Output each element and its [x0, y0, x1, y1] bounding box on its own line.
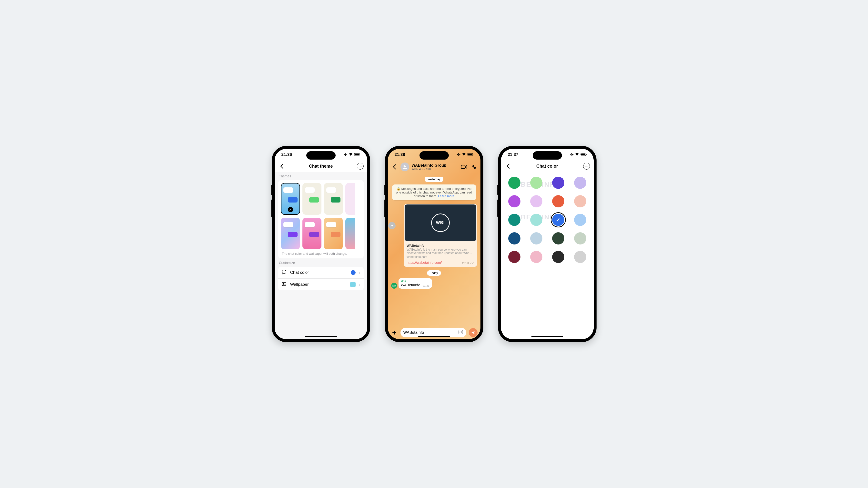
color-swatch[interactable] — [552, 214, 564, 226]
themes-footnote: The chat color and wallpaper will both c… — [282, 252, 360, 255]
color-swatch[interactable] — [508, 232, 521, 244]
color-swatch[interactable] — [508, 195, 521, 207]
back-button[interactable] — [278, 162, 285, 170]
section-customize-label: Customize — [279, 261, 363, 265]
phone-chat: 21:38 ✈︎ WABetaInfo Group WBI, WBI, You — [385, 146, 484, 342]
color-swatch[interactable] — [574, 232, 586, 244]
more-button[interactable]: ⋯ — [583, 162, 590, 170]
theme-tile[interactable] — [324, 183, 343, 215]
color-swatch[interactable] — [574, 195, 586, 207]
incoming-message[interactable]: WBI WABetaInfo 21:31 — [399, 278, 432, 288]
color-swatch[interactable] — [552, 195, 564, 207]
theme-tile[interactable] — [345, 183, 355, 215]
row-chat-color[interactable]: Chat color › — [278, 267, 364, 278]
clock: 21:36 — [281, 152, 292, 157]
page-title: Chat theme — [275, 164, 367, 169]
encryption-learn-more[interactable]: Learn more — [438, 194, 454, 198]
row-chat-color-label: Chat color — [290, 270, 347, 275]
svg-rect-7 — [473, 154, 473, 155]
sender-avatar[interactable]: WBI — [391, 283, 397, 288]
nav-bar: Chat theme ⋯ — [275, 160, 367, 172]
color-swatch[interactable] — [552, 177, 564, 189]
link-url[interactable]: https://wabetainfo.com/ — [407, 261, 442, 265]
wallpaper-thumb — [350, 282, 355, 287]
color-swatch[interactable] — [508, 251, 521, 263]
date-separator: Today — [427, 270, 441, 276]
theme-tile[interactable] — [281, 218, 300, 249]
image-icon — [281, 281, 287, 288]
row-wallpaper-label: Wallpaper — [290, 282, 347, 287]
encryption-notice[interactable]: 🔒 Messages and calls are end-to-end encr… — [392, 184, 476, 200]
wbi-logo: WBI — [431, 214, 450, 232]
message-input-value: WABetaInfo — [403, 330, 424, 335]
chat-header: WABetaInfo Group WBI, WBI, You — [388, 160, 480, 173]
svg-rect-6 — [468, 153, 472, 155]
link-title: WABetaInfo — [407, 244, 474, 247]
color-grid — [507, 177, 587, 263]
color-swatch[interactable] — [508, 177, 521, 189]
home-indicator — [305, 336, 337, 337]
outgoing-link-message[interactable]: WBI WABetaInfo WABetaInfo is the main so… — [404, 204, 477, 267]
color-swatch[interactable] — [530, 232, 542, 244]
sender-name: WBI — [401, 280, 420, 283]
clock: 21:37 — [508, 152, 518, 157]
chat-title-block[interactable]: WABetaInfo Group WBI, WBI, You — [412, 163, 446, 171]
color-swatch[interactable] — [530, 177, 542, 189]
color-swatch[interactable] — [574, 214, 586, 226]
battery-icon — [581, 152, 587, 157]
dynamic-island — [533, 151, 562, 159]
svg-point-8 — [403, 165, 405, 166]
group-avatar[interactable] — [400, 162, 409, 171]
read-receipt-icon: ✓✓ — [470, 261, 474, 265]
wifi-icon — [462, 152, 466, 157]
voice-call-button[interactable] — [470, 163, 477, 171]
phone-chat-color: 21:37 ✈︎ Chat color ⋯ WABETAINFO WABETAI… — [498, 146, 596, 342]
color-swatch[interactable] — [530, 195, 542, 207]
color-swatch[interactable] — [574, 251, 586, 263]
chat-body[interactable]: Yesterday 🔒 Messages and calls are end-t… — [388, 173, 480, 326]
airplane-icon: ✈︎ — [570, 152, 574, 157]
sticker-icon[interactable] — [458, 329, 463, 336]
theme-tile[interactable] — [303, 218, 321, 249]
more-button[interactable]: ⋯ — [356, 162, 364, 170]
clock: 21:38 — [395, 152, 405, 157]
theme-tile[interactable] — [303, 183, 321, 215]
theme-tile[interactable] — [345, 218, 355, 249]
svg-rect-10 — [461, 165, 465, 169]
group-subtitle: WBI, WBI, You — [412, 167, 446, 171]
forward-badge-icon[interactable] — [388, 222, 396, 230]
color-swatch[interactable] — [574, 177, 586, 189]
color-swatch[interactable] — [530, 251, 542, 263]
color-swatch[interactable] — [552, 251, 564, 263]
chevron-right-icon: › — [359, 282, 361, 287]
lock-icon: 🔒 — [397, 187, 400, 190]
color-swatch[interactable] — [552, 232, 564, 244]
attach-button[interactable] — [391, 329, 398, 336]
back-button[interactable] — [504, 162, 512, 170]
dynamic-island — [306, 151, 336, 159]
back-button[interactable] — [391, 163, 398, 171]
customize-list: Chat color › Wallpaper › — [278, 267, 364, 291]
send-button[interactable] — [469, 328, 477, 337]
color-swatch[interactable] — [508, 214, 521, 226]
theme-tile[interactable] — [324, 218, 343, 249]
color-swatch[interactable] — [530, 214, 542, 226]
row-wallpaper[interactable]: Wallpaper › — [278, 278, 364, 291]
status-icons: ✈︎ — [570, 152, 587, 157]
svg-point-4 — [283, 283, 284, 284]
wifi-icon — [575, 152, 579, 157]
themes-card: WABETAINFO WABETAINFO ✓ The chat color a… — [278, 180, 364, 258]
link-description: WABetaInfo is the main source where you … — [407, 248, 474, 255]
theme-tile[interactable]: ✓ — [281, 183, 300, 215]
svg-rect-15 — [581, 153, 585, 155]
status-icons: ✈︎ — [344, 152, 361, 157]
svg-rect-1 — [355, 153, 359, 155]
home-indicator — [418, 336, 450, 337]
link-domain: wabetainfo.com — [407, 255, 474, 258]
group-name: WABetaInfo Group — [412, 163, 446, 167]
svg-point-9 — [405, 166, 406, 167]
svg-point-13 — [461, 331, 461, 332]
message-time: 23:50 — [462, 262, 469, 265]
video-call-button[interactable] — [461, 163, 468, 171]
page-title: Chat color — [501, 164, 594, 169]
